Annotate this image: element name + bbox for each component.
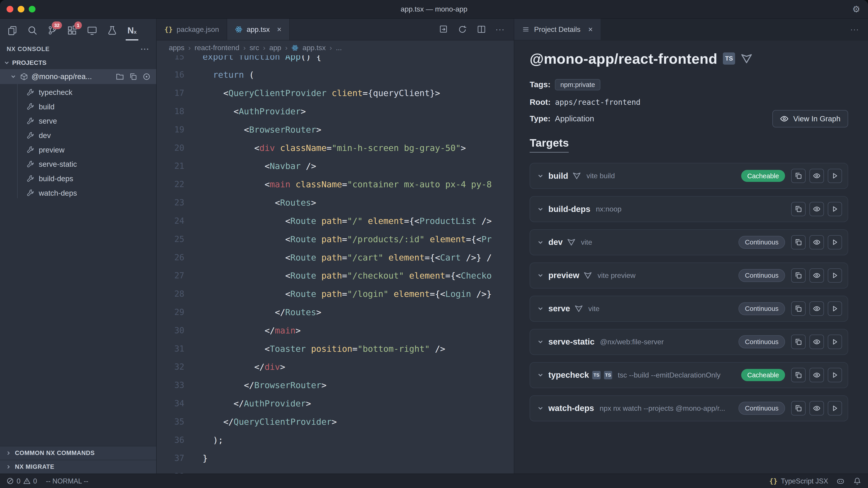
view-task-button[interactable] bbox=[809, 301, 824, 316]
breadcrumb-segment[interactable]: app.tsx bbox=[303, 43, 326, 52]
code-line[interactable]: 33 </BrowserRouter> bbox=[157, 376, 514, 394]
sidebar-task-dev[interactable]: dev bbox=[0, 128, 156, 143]
code-line[interactable]: 23 <Routes> bbox=[157, 194, 514, 212]
code-line[interactable]: 18 <AuthProvider> bbox=[157, 102, 514, 121]
code-line[interactable]: 28 <Route path="/login" element={<Login … bbox=[157, 285, 514, 303]
target-row-build-deps[interactable]: build-depsnx:noop bbox=[530, 196, 848, 222]
source-control-icon[interactable]: 32 bbox=[43, 20, 61, 41]
chevron-down-icon[interactable] bbox=[537, 239, 544, 246]
graph-target-icon[interactable] bbox=[143, 72, 151, 81]
code-line[interactable]: 19 <BrowserRouter> bbox=[157, 121, 514, 139]
target-row-serve[interactable]: serveviteContinuous bbox=[530, 296, 848, 322]
run-task-button[interactable] bbox=[828, 235, 842, 250]
code-line[interactable]: 29 </Routes> bbox=[157, 303, 514, 322]
copilot-icon[interactable] bbox=[836, 477, 845, 485]
run-task-button[interactable] bbox=[828, 202, 842, 217]
close-tab-icon[interactable]: × bbox=[277, 25, 281, 34]
code-line[interactable]: 38 bbox=[157, 467, 514, 474]
copy-task-button[interactable] bbox=[791, 368, 806, 382]
breadcrumb-segment[interactable]: react-frontend bbox=[195, 43, 239, 52]
view-task-button[interactable] bbox=[809, 335, 824, 349]
search-icon[interactable] bbox=[24, 20, 41, 41]
sidebar-task-serve[interactable]: serve bbox=[0, 114, 156, 128]
code-line[interactable]: 34 </AuthProvider> bbox=[157, 394, 514, 413]
run-task-button[interactable] bbox=[828, 368, 842, 382]
code-line[interactable]: 31 <Toaster position="bottom-right" /> bbox=[157, 340, 514, 358]
code-editor[interactable]: 15export function App() {16 return (17 <… bbox=[157, 55, 514, 474]
problems-indicator[interactable]: 0 0 bbox=[6, 477, 37, 485]
tab-package-json[interactable]: {} package.json bbox=[157, 19, 227, 40]
run-task-button[interactable] bbox=[828, 169, 842, 183]
explorer-icon[interactable] bbox=[4, 20, 21, 41]
code-line[interactable]: 15export function App() { bbox=[157, 55, 514, 66]
copy-task-button[interactable] bbox=[791, 169, 806, 183]
code-line[interactable]: 24 <Route path="/" element={<ProductList… bbox=[157, 212, 514, 230]
open-changes-icon[interactable] bbox=[439, 25, 448, 34]
zoom-window-button[interactable] bbox=[29, 6, 35, 12]
chevron-down-icon[interactable] bbox=[537, 371, 544, 379]
breadcrumb-segment[interactable]: apps bbox=[169, 43, 184, 52]
project-item[interactable]: @mono-app/rea... bbox=[0, 69, 156, 84]
view-task-button[interactable] bbox=[809, 268, 824, 283]
sidebar-task-typecheck[interactable]: typecheck bbox=[0, 85, 156, 100]
target-row-preview[interactable]: previewvite previewContinuous bbox=[530, 263, 848, 289]
view-task-button[interactable] bbox=[809, 235, 824, 250]
sidebar-task-build-deps[interactable]: build-deps bbox=[0, 171, 156, 186]
chevron-down-icon[interactable] bbox=[537, 305, 544, 312]
split-editor-icon[interactable] bbox=[477, 25, 486, 34]
testing-icon[interactable] bbox=[103, 20, 121, 41]
extensions-icon[interactable]: 1 bbox=[64, 20, 81, 41]
code-line[interactable]: 27 <Route path="/checkout" element={<Che… bbox=[157, 267, 514, 285]
copy-icon[interactable] bbox=[129, 72, 137, 81]
vim-mode-indicator[interactable]: -- NORMAL -- bbox=[46, 477, 88, 485]
view-task-button[interactable] bbox=[809, 202, 824, 217]
target-row-watch-deps[interactable]: watch-depsnpx nx watch --projects @mono-… bbox=[530, 395, 848, 421]
target-row-build[interactable]: buildvite buildCacheable bbox=[530, 163, 848, 189]
chevron-down-icon[interactable] bbox=[537, 205, 544, 213]
target-row-serve-static[interactable]: serve-static@nx/web:file-serverContinuou… bbox=[530, 329, 848, 355]
sidebar-task-serve-static[interactable]: serve-static bbox=[0, 157, 156, 171]
run-task-button[interactable] bbox=[828, 335, 842, 349]
code-line[interactable]: 22 <main className="container mx-auto px… bbox=[157, 175, 514, 194]
more-actions-icon[interactable]: ··· bbox=[495, 25, 505, 34]
breadcrumb-segment[interactable]: app bbox=[269, 43, 281, 52]
common-nx-commands-section[interactable]: COMMON NX COMMANDS bbox=[0, 446, 156, 460]
code-line[interactable]: 26 <Route path="/cart" element={<Cart />… bbox=[157, 249, 514, 267]
sidebar-task-build[interactable]: build bbox=[0, 100, 156, 114]
close-window-button[interactable] bbox=[6, 6, 13, 12]
code-line[interactable]: 17 <QueryClientProvider client={queryCli… bbox=[157, 84, 514, 102]
run-task-button[interactable] bbox=[828, 401, 842, 416]
sidebar-more-icon[interactable]: ··· bbox=[141, 45, 150, 53]
sidebar-task-watch-deps[interactable]: watch-deps bbox=[0, 186, 156, 200]
notifications-bell-icon[interactable] bbox=[853, 477, 862, 485]
code-line[interactable]: 30 </main> bbox=[157, 322, 514, 340]
code-line[interactable]: 16 return ( bbox=[157, 66, 514, 84]
breadcrumb-segment[interactable]: ... bbox=[336, 43, 342, 52]
view-task-button[interactable] bbox=[809, 401, 824, 416]
minimize-window-button[interactable] bbox=[18, 6, 24, 12]
copy-task-button[interactable] bbox=[791, 301, 806, 316]
view-in-graph-button[interactable]: View In Graph bbox=[772, 110, 848, 127]
copy-task-button[interactable] bbox=[791, 335, 806, 349]
breadcrumb-segment[interactable]: src bbox=[250, 43, 259, 52]
code-line[interactable]: 20 <div className="min-h-screen bg-gray-… bbox=[157, 139, 514, 157]
chevron-down-icon[interactable] bbox=[537, 404, 544, 412]
target-row-dev[interactable]: devviteContinuous bbox=[530, 229, 848, 255]
code-line[interactable]: 32 </div> bbox=[157, 358, 514, 376]
code-line[interactable]: 25 <Route path="/products/:id" element={… bbox=[157, 230, 514, 249]
sidebar-task-preview[interactable]: preview bbox=[0, 143, 156, 157]
code-line[interactable]: 37} bbox=[157, 449, 514, 467]
chevron-down-icon[interactable] bbox=[537, 172, 544, 180]
run-task-button[interactable] bbox=[828, 301, 842, 316]
code-line[interactable]: 36 ); bbox=[157, 431, 514, 449]
nx-console-icon[interactable]: Nx bbox=[123, 20, 141, 41]
copy-task-button[interactable] bbox=[791, 401, 806, 416]
tab-app-tsx[interactable]: app.tsx × bbox=[227, 19, 289, 40]
copy-task-button[interactable] bbox=[791, 235, 806, 250]
language-mode[interactable]: {} TypeScript JSX bbox=[769, 477, 828, 485]
code-line[interactable]: 35 </QueryClientProvider> bbox=[157, 413, 514, 431]
view-task-button[interactable] bbox=[809, 368, 824, 382]
code-line[interactable]: 21 <Navbar /> bbox=[157, 157, 514, 175]
refresh-icon[interactable] bbox=[458, 25, 467, 34]
nx-migrate-section[interactable]: NX MIGRATE bbox=[0, 460, 156, 474]
